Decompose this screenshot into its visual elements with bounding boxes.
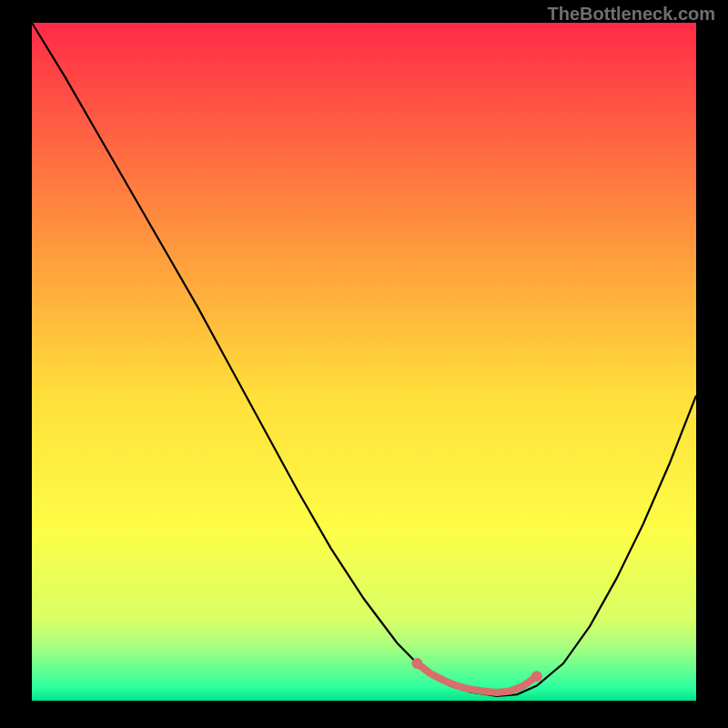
chart-container [32,23,696,701]
highlight-dot [531,671,542,682]
watermark-text: TheBottleneck.com [548,4,715,25]
bottleneck-chart [32,23,696,701]
highlight-dot [411,658,422,669]
